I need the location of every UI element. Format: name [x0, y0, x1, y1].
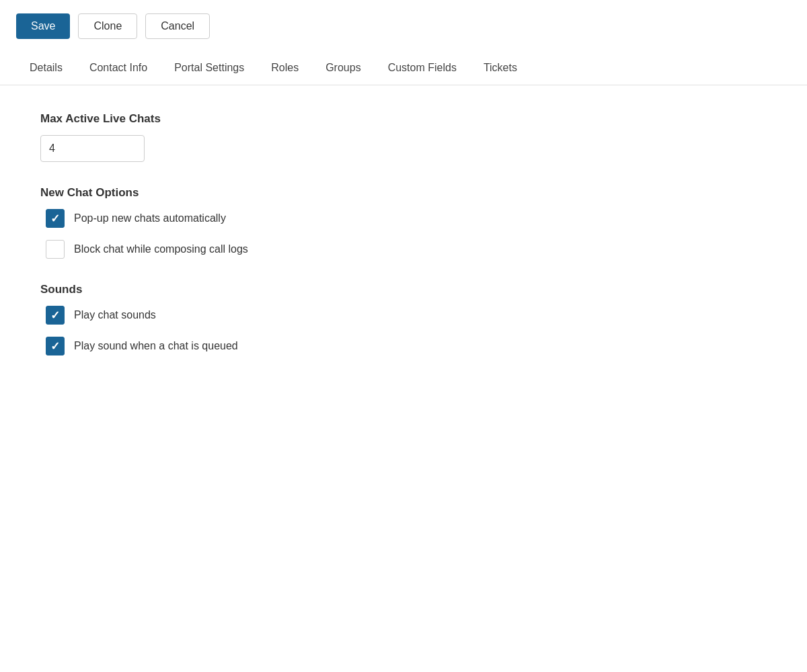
max-live-chats-input[interactable] [40, 135, 145, 162]
checkbox-block-box[interactable] [46, 240, 65, 259]
new-chat-options-label: New Chat Options [40, 186, 767, 200]
max-live-chats-section: Max Active Live Chats [40, 112, 767, 162]
cancel-button[interactable]: Cancel [145, 13, 210, 39]
sounds-section: Sounds Play chat sounds Play sound when … [40, 283, 767, 355]
checkbox-popup-box[interactable] [46, 209, 65, 228]
tab-portal-settings[interactable]: Portal Settings [161, 52, 258, 85]
tab-roles[interactable]: Roles [258, 52, 312, 85]
tab-custom-fields[interactable]: Custom Fields [375, 52, 470, 85]
checkbox-popup[interactable]: Pop-up new chats automatically [46, 209, 767, 228]
save-button[interactable]: Save [16, 13, 70, 39]
tab-details[interactable]: Details [16, 52, 76, 85]
checkbox-play-queued-box[interactable] [46, 337, 65, 355]
checkbox-block-label: Block chat while composing call logs [74, 243, 248, 255]
checkbox-play-queued[interactable]: Play sound when a chat is queued [46, 337, 767, 355]
checkbox-block[interactable]: Block chat while composing call logs [46, 240, 767, 259]
clone-button[interactable]: Clone [78, 13, 137, 39]
checkbox-play-queued-label: Play sound when a chat is queued [74, 340, 238, 352]
sounds-group: Play chat sounds Play sound when a chat … [40, 306, 767, 355]
sounds-label: Sounds [40, 283, 767, 296]
main-content: Max Active Live Chats New Chat Options P… [0, 85, 807, 407]
checkbox-play-sounds-box[interactable] [46, 306, 65, 325]
checkbox-popup-label: Pop-up new chats automatically [74, 212, 226, 224]
checkbox-play-sounds[interactable]: Play chat sounds [46, 306, 767, 325]
checkbox-play-sounds-label: Play chat sounds [74, 309, 156, 321]
tab-contact-info[interactable]: Contact Info [76, 52, 161, 85]
new-chat-options-group: Pop-up new chats automatically Block cha… [40, 209, 767, 259]
nav-tabs: Details Contact Info Portal Settings Rol… [0, 52, 807, 85]
max-live-chats-label: Max Active Live Chats [40, 112, 767, 126]
new-chat-options-section: New Chat Options Pop-up new chats automa… [40, 186, 767, 259]
toolbar: Save Clone Cancel [0, 0, 807, 52]
tab-tickets[interactable]: Tickets [470, 52, 531, 85]
tab-groups[interactable]: Groups [312, 52, 374, 85]
